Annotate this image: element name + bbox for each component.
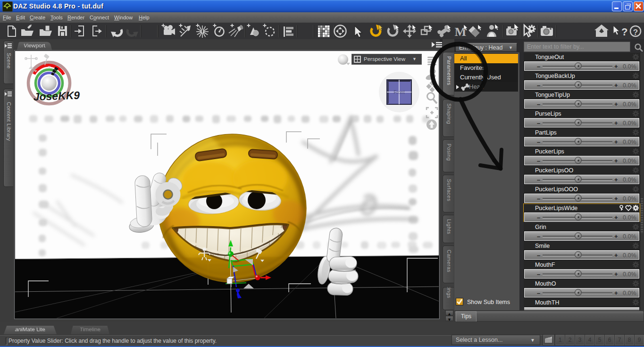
svg-text:?: ? bbox=[633, 28, 638, 37]
svg-text:JoseKK9: JoseKK9 bbox=[33, 89, 80, 103]
svg-text:?: ? bbox=[621, 26, 627, 38]
svg-text:Front: Front bbox=[393, 90, 405, 95]
